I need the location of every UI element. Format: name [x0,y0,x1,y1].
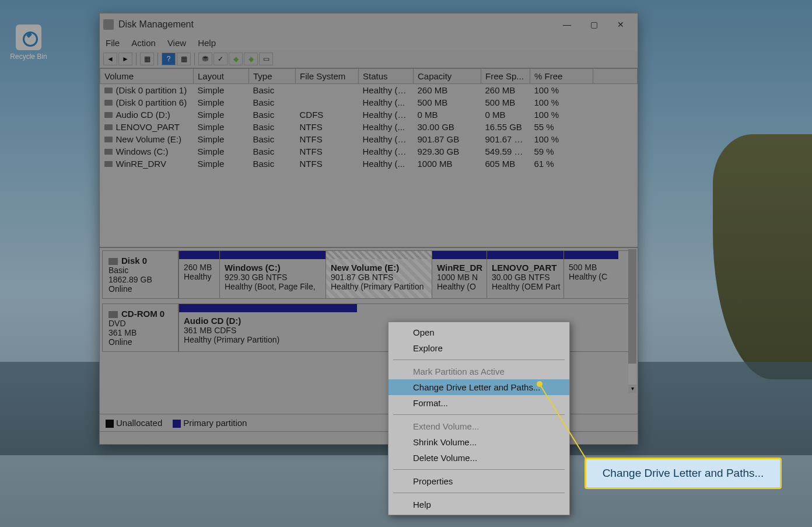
vol-cap: 260 MB [414,84,481,97]
close-button[interactable]: ✕ [607,16,634,33]
partition-name: LENOVO_PART [492,263,559,273]
ctx-shrink[interactable]: Shrink Volume... [388,434,569,450]
ctx-explore[interactable]: Explore [388,340,569,356]
menu-file[interactable]: File [106,38,120,48]
separator [136,53,136,65]
ctx-open[interactable]: Open [388,324,569,340]
partition-line2: Healthy (OEM Part [492,282,559,291]
disk-icon[interactable]: ⛃ [198,53,212,65]
table-row[interactable]: Windows (C:) Simple Basic NTFS Healthy (… [100,145,638,158]
drive-icon [104,124,113,130]
vol-free: 500 MB [481,96,530,109]
partition-name: Audio CD (D:) [184,316,352,326]
vol-free: 16.55 GB [481,121,530,133]
drive-icon [104,100,113,106]
menu-action[interactable]: Action [131,38,156,48]
table-row[interactable]: WinRE_DRV Simple Basic NTFS Healthy (...… [100,158,638,170]
vol-fs: CDFS [296,109,359,121]
forward-icon[interactable]: ► [118,53,132,65]
table-header-row: Volume Layout Type File System Status Ca… [100,69,638,84]
scrollbar[interactable]: ▾ [628,249,636,393]
vol-pct: 55 % [530,121,593,133]
props-icon[interactable]: ▭ [259,53,273,65]
vol-status: Healthy (... [359,158,414,170]
vol-layout: Simple [194,96,249,109]
partition[interactable]: Windows (C:) 929.30 GB NTFS Healthy (Boo… [219,251,326,298]
new-icon[interactable]: ◆ [229,53,243,65]
vol-layout: Simple [194,158,249,170]
partition[interactable]: 260 MB Healthy [178,251,219,298]
vol-layout: Simple [194,145,249,158]
partition-line1: 1000 MB N [437,273,482,282]
disk-name: Disk 0 [121,256,147,266]
scrollbar-down-icon[interactable]: ▾ [628,385,636,393]
maximize-button[interactable]: ▢ [580,16,607,33]
col-filesystem[interactable]: File System [296,69,359,84]
vol-fs: NTFS [296,121,359,133]
vol-fs: NTFS [296,145,359,158]
refresh-icon[interactable]: ✓ [214,53,228,65]
disk-type: DVD [108,319,172,328]
partition[interactable]: 500 MB Healthy (C [564,251,618,298]
minimize-button[interactable]: — [554,16,580,33]
show-hide-icon[interactable]: ▦ [140,53,154,65]
ctx-delete[interactable]: Delete Volume... [388,450,569,466]
disk-state: Online [108,337,172,347]
col-type[interactable]: Type [249,69,296,84]
table-row[interactable]: Audio CD (D:) Simple Basic CDFS Healthy … [100,109,638,121]
vol-layout: Simple [194,121,249,133]
partition[interactable]: WinRE_DR 1000 MB N Healthy (O [432,251,487,298]
partition[interactable]: Audio CD (D:) 361 MB CDFS Healthy (Prima… [178,304,357,351]
table-row[interactable]: LENOVO_PART Simple Basic NTFS Healthy (.… [100,121,638,133]
vol-fs [296,84,359,97]
table-row[interactable]: (Disk 0 partition 6) Simple Basic Health… [100,96,638,109]
help-icon[interactable]: ? [162,53,176,65]
col-volume[interactable]: Volume [100,69,194,84]
partition-header [564,251,618,259]
volume-list[interactable]: Volume Layout Type File System Status Ca… [100,68,638,248]
recycle-bin[interactable]: Recycle Bin [8,25,49,61]
vol-fs: NTFS [296,158,359,170]
vol-cap: 1000 MB [414,158,481,170]
disk-info[interactable]: CD-ROM 0 DVD 361 MB Online [103,304,178,351]
ctx-format[interactable]: Format... [388,395,569,411]
disk-info[interactable]: Disk 0 Basic 1862.89 GB Online [103,251,178,298]
ctx-properties[interactable]: Properties [388,473,569,489]
separator [393,360,565,360]
vol-status: Healthy (... [359,121,414,133]
disk-type: Basic [108,266,172,275]
separator [194,53,195,65]
col-capacity[interactable]: Capacity [414,69,481,84]
vol-layout: Simple [194,133,249,145]
disk-row: Disk 0 Basic 1862.89 GB Online 260 MB He… [102,250,635,299]
col-layout[interactable]: Layout [194,69,249,84]
partition-name: WinRE_DR [437,263,482,273]
ctx-change-drive-letter[interactable]: Change Drive Letter and Paths... [388,379,569,395]
vol-cap: 500 MB [414,96,481,109]
settings-icon[interactable]: ▦ [177,53,191,65]
col-status[interactable]: Status [359,69,414,84]
scrollbar-thumb[interactable] [628,249,636,364]
recycle-bin-label: Recycle Bin [8,53,49,61]
vol-fs [296,96,359,109]
table-row[interactable]: (Disk 0 partition 1) Simple Basic Health… [100,84,638,97]
menu-view[interactable]: View [167,38,186,48]
partition-header [326,251,432,259]
partition[interactable]: New Volume (E:) 901.87 GB NTFS Healthy (… [326,251,432,298]
vol-pct: 61 % [530,158,593,170]
vol-pct: 100 % [530,133,593,145]
partition-line1: 500 MB [569,263,614,272]
vol-type: Basic [249,109,296,121]
disk-state: Online [108,284,172,294]
col-pctfree[interactable]: % Free [530,69,593,84]
vol-status: Healthy (P... [359,133,414,145]
table-row[interactable]: New Volume (E:) Simple Basic NTFS Health… [100,133,638,145]
col-freespace[interactable]: Free Sp... [481,69,530,84]
titlebar[interactable]: Disk Management — ▢ ✕ [100,13,638,36]
new2-icon[interactable]: ◆ [244,53,258,65]
back-icon[interactable]: ◄ [103,53,117,65]
menu-help[interactable]: Help [198,38,216,48]
partition-line2: Healthy (Primary Partition [331,282,427,291]
partition[interactable]: LENOVO_PART 30.00 GB NTFS Healthy (OEM P… [487,251,564,298]
ctx-help[interactable]: Help [388,497,569,512]
